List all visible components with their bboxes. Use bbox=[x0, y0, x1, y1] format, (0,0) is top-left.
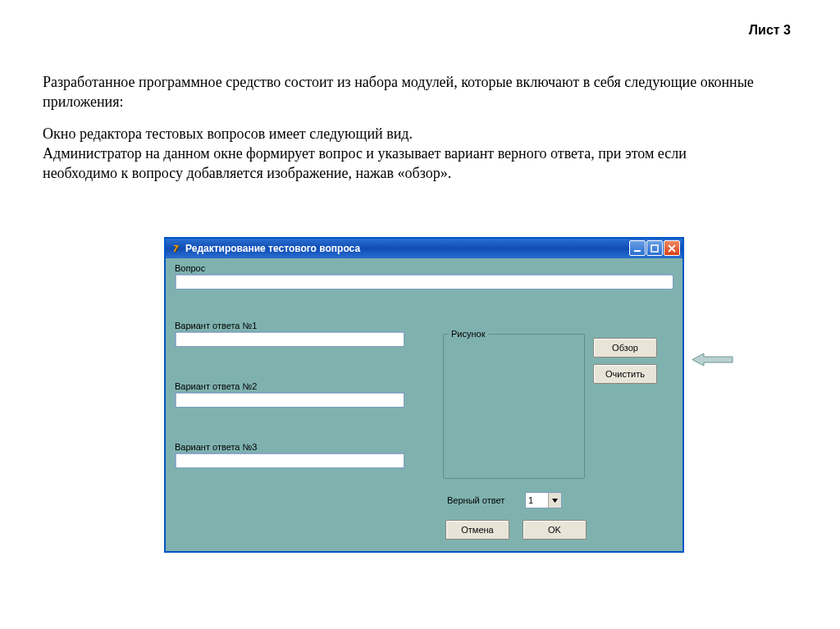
titlebar[interactable]: 7 Редактирование тестового вопроса bbox=[166, 239, 682, 258]
correct-answer-value: 1 bbox=[528, 495, 533, 505]
question-label: Вопрос bbox=[175, 263, 205, 273]
minimize-button[interactable] bbox=[629, 240, 646, 256]
maximize-icon bbox=[651, 244, 659, 253]
answer1-label: Вариант ответа №1 bbox=[175, 321, 257, 330]
picture-groupbox-legend: Рисунок bbox=[449, 329, 488, 339]
maximize-button[interactable] bbox=[646, 240, 663, 256]
answer1-input[interactable] bbox=[175, 331, 404, 347]
browse-button[interactable]: Обзор bbox=[593, 338, 657, 358]
callout-arrow-icon bbox=[692, 352, 733, 367]
app-window: 7 Редактирование тестового вопроса Вопро… bbox=[164, 237, 684, 553]
document-body-text: Разработанное программное средство состо… bbox=[43, 72, 765, 194]
answer3-label: Вариант ответа №3 bbox=[175, 442, 257, 452]
answer2-label: Вариант ответа №2 bbox=[175, 381, 257, 391]
picture-groupbox: Рисунок bbox=[443, 334, 585, 479]
answer2-input[interactable] bbox=[175, 392, 404, 408]
paragraph-3: Администратор на данном окне формирует в… bbox=[43, 144, 765, 184]
paragraph-2: Окно редактора тестовых вопросов имеет с… bbox=[43, 124, 765, 144]
ok-button[interactable]: OK bbox=[523, 520, 587, 540]
cancel-button[interactable]: Отмена bbox=[445, 520, 509, 540]
close-button[interactable] bbox=[664, 240, 680, 256]
svg-rect-0 bbox=[634, 250, 641, 252]
correct-answer-select[interactable]: 1 bbox=[525, 492, 562, 508]
minimize-icon bbox=[633, 244, 641, 253]
page-number: Лист 3 bbox=[749, 23, 791, 38]
window-title: Редактирование тестового вопроса bbox=[185, 243, 360, 254]
answer3-input[interactable] bbox=[175, 453, 404, 468]
clear-button[interactable]: Очистить bbox=[593, 364, 657, 384]
window-client-area: Вопрос Вариант ответа №1 Вариант ответа … bbox=[168, 260, 680, 549]
paragraph-1: Разработанное программное средство состо… bbox=[43, 72, 765, 112]
question-input[interactable] bbox=[175, 274, 673, 289]
close-icon bbox=[668, 244, 676, 253]
correct-answer-label: Верный ответ bbox=[447, 495, 504, 505]
svg-rect-1 bbox=[651, 245, 658, 252]
dropdown-arrow-icon bbox=[548, 493, 561, 508]
app-icon: 7 bbox=[169, 242, 182, 255]
